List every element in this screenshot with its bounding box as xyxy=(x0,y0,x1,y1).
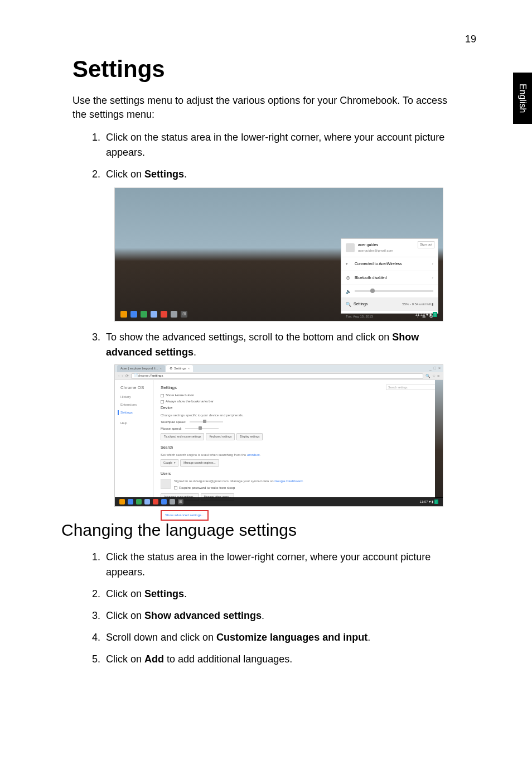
date-label: Tue, Aug 13, 2013 xyxy=(346,314,373,319)
lang-step-3: Click on Show advanced settings. xyxy=(103,608,452,623)
signout-button[interactable]: Sign out xyxy=(418,241,434,248)
subtitle: Changing the language settings xyxy=(61,521,452,540)
search-settings-input[interactable]: Search settings xyxy=(386,385,436,390)
taskbar: ⊞ 11:07 ♥ ▮ ▯ xyxy=(115,497,443,506)
taskbar-app-icon[interactable] xyxy=(170,499,175,504)
page-number: 19 xyxy=(465,33,476,45)
taskbar-app-icon[interactable] xyxy=(151,311,157,318)
sidebar-item-settings[interactable]: Settings xyxy=(118,410,153,415)
settings-main: Settings Search settings Show Home butto… xyxy=(154,380,443,498)
battery-status: 55% - 0:54 until full ▮ xyxy=(402,302,433,307)
back-icon[interactable]: ‹ xyxy=(118,373,119,379)
settings-page-screenshot: Acer | explore beyond li...× ⚙Settings× … xyxy=(114,364,443,507)
step-2: Click on Settings. acer guides acerguide… xyxy=(103,167,452,321)
language-steps-list: Click the status area in the lower-right… xyxy=(103,550,452,667)
manage-search-button[interactable]: Manage search engines... xyxy=(180,459,219,467)
language-tab: English xyxy=(513,73,532,124)
minimize-icon[interactable]: _ xyxy=(429,366,432,372)
settings-sidebar: Chrome OS History Extensions Settings He… xyxy=(115,380,154,498)
search-desc: Set which search engine is used when sea… xyxy=(161,453,436,458)
keyboard-settings-button[interactable]: Keyboard settings xyxy=(206,433,235,441)
step-1: Click on the status area in the lower-ri… xyxy=(103,130,452,160)
app-launcher-icon[interactable]: ⊞ xyxy=(178,499,183,504)
taskbar-app-icon[interactable] xyxy=(120,311,127,318)
forward-icon[interactable]: › xyxy=(122,373,123,379)
taskbar-app-icon[interactable] xyxy=(136,499,142,504)
search-icon[interactable]: 🔍 xyxy=(425,373,431,379)
touchpad-settings-button[interactable]: Touchpad and mouse settings xyxy=(161,433,204,441)
close-icon[interactable]: × xyxy=(160,366,162,371)
tab-acer[interactable]: Acer | explore beyond li...× xyxy=(117,365,165,372)
app-launcher-icon[interactable]: ⊞ xyxy=(181,311,187,318)
settings-row[interactable]: Settings 55% - 0:54 until full ▮ xyxy=(341,298,438,311)
lang-step-4: Scroll down and click on Customize langu… xyxy=(103,630,452,645)
taskbar-app-icon[interactable] xyxy=(161,499,167,504)
touchpad-slider[interactable] xyxy=(190,421,223,422)
star-icon[interactable]: ☆ xyxy=(432,373,436,379)
users-title: Users xyxy=(161,471,436,477)
user-row[interactable]: acer guides acerguides@gmail.com Sign ou… xyxy=(341,239,438,257)
taskbar-app-icon[interactable] xyxy=(171,311,177,318)
search-engine-select[interactable]: Google ▾ xyxy=(161,459,178,467)
maximize-icon[interactable]: □ xyxy=(434,366,436,372)
touchpad-speed-row: Touchpad speed: xyxy=(161,420,436,425)
lang-step-1: Click the status area in the lower-right… xyxy=(103,550,452,580)
bluetooth-row[interactable]: Bluetooth disabled › xyxy=(341,271,438,285)
mouse-slider[interactable] xyxy=(185,428,219,429)
signed-in-text: Signed in as Acerguides@gmail.com. Manag… xyxy=(174,479,303,484)
taskbar-status[interactable]: 11:07 ♥ ▮ ▯ xyxy=(419,499,438,504)
dashboard-link[interactable]: Google Dashboard xyxy=(274,479,302,483)
sidebar-title: Chrome OS xyxy=(120,385,153,391)
search-section: Search Set which search engine is used w… xyxy=(161,445,436,467)
show-home-checkbox[interactable]: Show Home button xyxy=(161,393,436,398)
wallpaper-edge xyxy=(435,380,443,498)
taskbar-app-icon[interactable] xyxy=(144,499,150,504)
close-icon[interactable]: × xyxy=(438,366,441,372)
settings-body: Chrome OS History Extensions Settings He… xyxy=(115,380,443,498)
user-info: acer guides acerguides@gmail.com xyxy=(358,242,393,253)
menu-icon[interactable]: ≡ xyxy=(437,373,439,379)
address-bar: ‹ › ⟳ 📄 chrome://settings 🔍 ☆ ≡ xyxy=(115,372,443,380)
avatar xyxy=(346,243,355,252)
bluetooth-icon xyxy=(346,275,351,281)
lang-step-5: Click on Add to add additional languages… xyxy=(103,652,452,667)
taskbar-app-icon[interactable] xyxy=(141,311,147,318)
taskbar-right[interactable]: 11:13 ♥ ▮ ▯ xyxy=(415,312,437,318)
sidebar-item-help[interactable]: Help xyxy=(120,421,153,426)
chevron-right-icon: › xyxy=(432,261,433,267)
taskbar-app-icon[interactable] xyxy=(119,499,125,504)
page-title: Settings xyxy=(72,56,452,83)
omnibox-link[interactable]: omnibox xyxy=(247,453,260,457)
tab-settings[interactable]: ⚙Settings× xyxy=(166,365,193,372)
reload-icon[interactable]: ⟳ xyxy=(125,373,129,379)
taskbar-app-icon[interactable] xyxy=(153,499,158,504)
require-password-checkbox[interactable]: Require password to wake from sleep xyxy=(174,486,303,491)
taskbar-app-icon[interactable] xyxy=(161,311,167,318)
user-avatar xyxy=(161,479,171,489)
wifi-icon xyxy=(346,261,351,267)
device-desc: Change settings specific to your device … xyxy=(161,413,436,418)
window-controls: _ □ × xyxy=(429,366,441,372)
volume-slider[interactable] xyxy=(355,290,433,292)
volume-icon xyxy=(346,289,351,294)
url-input[interactable]: 📄 chrome://settings xyxy=(131,373,423,379)
show-advanced-link[interactable]: Show advanced settings... xyxy=(161,510,209,521)
step-3: To show the advanced settings, scroll to… xyxy=(103,330,452,507)
taskbar-apps: ⊞ xyxy=(119,499,183,504)
sidebar-item-extensions[interactable]: Extensions xyxy=(120,402,153,407)
display-settings-button[interactable]: Display settings xyxy=(236,433,263,441)
browser-tabs: Acer | explore beyond li...× ⚙Settings× xyxy=(115,365,443,372)
taskbar-left: ⊞ xyxy=(120,311,187,318)
taskbar-app-icon[interactable] xyxy=(128,499,133,504)
taskbar-app-icon[interactable] xyxy=(130,311,137,318)
main-steps-list: Click on the status area in the lower-ri… xyxy=(103,130,452,507)
sidebar-item-history[interactable]: History xyxy=(120,395,153,400)
intro-paragraph: Use the settings menu to adjust the vari… xyxy=(72,94,452,122)
volume-row[interactable] xyxy=(341,285,438,298)
bookmarks-bar-checkbox[interactable]: Always show the bookmarks bar xyxy=(161,399,436,404)
close-icon[interactable]: × xyxy=(188,366,190,371)
status-popup: acer guides acerguides@gmail.com Sign ou… xyxy=(341,238,438,314)
lang-step-2: Click on Settings. xyxy=(103,587,452,602)
wifi-row[interactable]: Connected to AcerWireless › xyxy=(341,257,438,271)
status-popup-screenshot: acer guides acerguides@gmail.com Sign ou… xyxy=(114,188,443,321)
